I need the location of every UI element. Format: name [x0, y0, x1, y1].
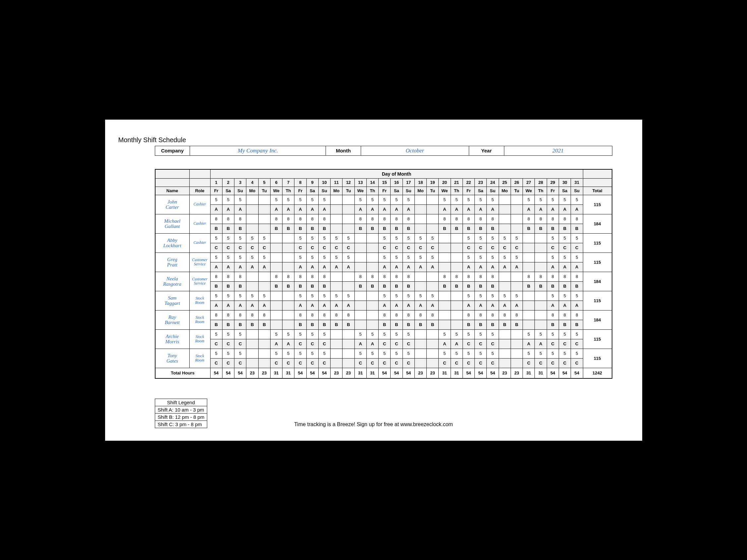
- hours-cell: 5: [427, 291, 439, 300]
- employee-name: ArchieMorris: [155, 329, 190, 349]
- shift-cell: [366, 243, 378, 252]
- weekday-header: Tu: [511, 187, 522, 195]
- hours-cell: 5: [246, 291, 258, 300]
- shift-cell: B: [294, 281, 306, 291]
- hours-cell: 8: [270, 272, 282, 281]
- hours-cell: 5: [222, 195, 234, 205]
- shift-cell: A: [366, 205, 378, 214]
- hours-cell: 5: [463, 291, 474, 300]
- employee-name: RayBarnett: [155, 310, 190, 329]
- hours-cell: 5: [487, 329, 499, 339]
- hours-cell: 5: [523, 329, 535, 339]
- day-number: 26: [511, 178, 522, 187]
- shift-cell: [439, 243, 450, 252]
- hours-cell: 8: [475, 310, 487, 320]
- shift-cell: C: [511, 243, 522, 252]
- shift-cell: A: [559, 205, 571, 214]
- hours-cell: 8: [571, 214, 583, 224]
- hours-cell: 8: [439, 272, 450, 281]
- shift-cell: [366, 320, 378, 329]
- shift-cell: [499, 358, 511, 368]
- shift-cell: A: [282, 339, 294, 349]
- shift-cell: [414, 281, 427, 291]
- hours-cell: [342, 195, 355, 205]
- shift-cell: A: [306, 205, 318, 214]
- hours-cell: [258, 349, 270, 358]
- hours-cell: [366, 310, 378, 320]
- document-page: Monthly Shift Schedule Company My Compan…: [105, 119, 642, 441]
- hours-cell: [511, 329, 522, 339]
- shift-cell: [342, 224, 355, 233]
- day-number: 5: [258, 178, 270, 187]
- shift-cell: C: [246, 243, 258, 252]
- hours-cell: 8: [414, 310, 427, 320]
- shift-cell: B: [222, 224, 234, 233]
- shift-cell: C: [535, 358, 547, 368]
- shift-cell: B: [487, 224, 499, 233]
- hours-cell: [342, 272, 355, 281]
- shift-cell: B: [487, 320, 499, 329]
- hours-cell: 5: [450, 195, 463, 205]
- weekday-header: Sa: [559, 187, 571, 195]
- hours-cell: [414, 349, 427, 358]
- hours-cell: [499, 329, 511, 339]
- hours-cell: 5: [403, 291, 414, 300]
- hours-cell: 5: [306, 329, 318, 339]
- shift-cell: [414, 205, 427, 214]
- hours-cell: 8: [571, 272, 583, 281]
- shift-cell: C: [547, 243, 559, 252]
- shift-cell: A: [366, 339, 378, 349]
- shift-cell: A: [391, 205, 403, 214]
- shift-cell: [427, 205, 439, 214]
- shift-cell: C: [559, 358, 571, 368]
- shift-cell: C: [403, 243, 414, 252]
- hours-cell: 5: [547, 195, 559, 205]
- weekday-header: Su: [403, 187, 414, 195]
- hours-cell: 5: [511, 233, 522, 243]
- employee-role: StockRoom: [189, 291, 210, 310]
- shift-cell: B: [294, 320, 306, 329]
- shift-cell: B: [318, 224, 330, 233]
- hours-cell: 5: [258, 291, 270, 300]
- hours-cell: 5: [439, 349, 450, 358]
- employee-name: SamTaggart: [155, 291, 190, 310]
- weekday-header: Fr: [379, 187, 391, 195]
- hours-cell: [366, 233, 378, 243]
- shift-cell: A: [547, 205, 559, 214]
- employee-total: 115: [583, 233, 612, 252]
- shift-cell: [331, 358, 342, 368]
- hours-cell: [511, 349, 522, 358]
- shift-cell: A: [294, 300, 306, 310]
- hours-cell: 5: [475, 291, 487, 300]
- weekday-header: Th: [282, 187, 294, 195]
- hours-cell: [342, 349, 355, 358]
- hours-cell: 5: [306, 233, 318, 243]
- shift-cell: A: [547, 300, 559, 310]
- day-total: 31: [450, 368, 463, 378]
- hours-cell: 5: [234, 252, 246, 262]
- hours-cell: 5: [258, 252, 270, 262]
- shift-cell: [523, 243, 535, 252]
- hours-cell: 8: [487, 214, 499, 224]
- shift-cell: B: [222, 320, 234, 329]
- shift-cell: A: [571, 262, 583, 272]
- hours-cell: 5: [366, 349, 378, 358]
- hours-cell: 5: [391, 195, 403, 205]
- shift-cell: C: [379, 243, 391, 252]
- hours-cell: 5: [366, 329, 378, 339]
- hours-cell: 5: [306, 252, 318, 262]
- hours-cell: 5: [571, 349, 583, 358]
- shift-cell: A: [222, 300, 234, 310]
- shift-cell: C: [403, 358, 414, 368]
- shift-cell: [331, 205, 342, 214]
- shift-cell: C: [475, 339, 487, 349]
- shift-cell: [439, 300, 450, 310]
- day-number: 17: [403, 178, 414, 187]
- shift-cell: B: [523, 281, 535, 291]
- shift-cell: [282, 320, 294, 329]
- hours-cell: 8: [294, 272, 306, 281]
- shift-cell: A: [318, 205, 330, 214]
- shift-cell: C: [523, 358, 535, 368]
- hours-cell: 5: [463, 252, 474, 262]
- hours-cell: 5: [210, 349, 222, 358]
